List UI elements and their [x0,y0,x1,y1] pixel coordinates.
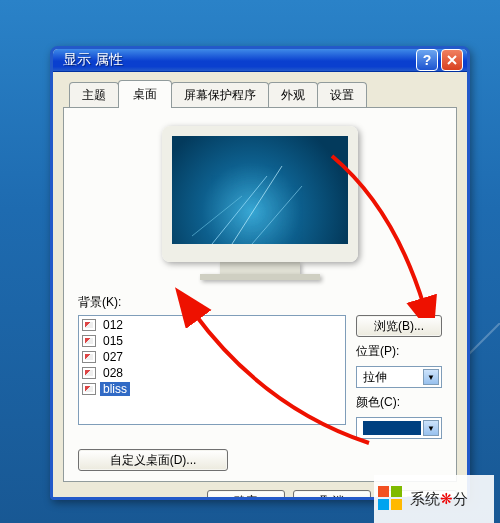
tab-settings[interactable]: 设置 [317,82,367,107]
logo-icon [378,486,404,512]
list-item[interactable]: 028 [80,365,344,381]
tab-strip: 主题 桌面 屏幕保护程序 外观 设置 [63,82,457,107]
position-select[interactable]: 拉伸 ▼ [356,366,442,388]
customize-desktop-button[interactable]: 自定义桌面(D)... [78,449,228,471]
monitor-preview [78,126,442,280]
image-icon [82,367,96,379]
position-label: 位置(P): [356,343,442,360]
tab-screensaver[interactable]: 屏幕保护程序 [171,82,269,107]
tab-appearance[interactable]: 外观 [268,82,318,107]
tab-theme[interactable]: 主题 [69,82,119,107]
color-select[interactable]: ▼ [356,417,442,439]
background-label: 背景(K): [78,294,442,311]
chevron-down-icon: ▼ [423,369,439,385]
svg-line-1 [212,176,267,244]
tab-desktop[interactable]: 桌面 [118,80,172,108]
ok-button[interactable]: 确定 [207,490,285,500]
svg-line-2 [232,166,282,244]
svg-line-3 [252,186,302,244]
chevron-down-icon: ▼ [423,420,439,436]
list-item-selected[interactable]: bliss [80,381,344,397]
image-icon [82,335,96,347]
background-listbox[interactable]: 012 015 027 028 bliss [78,315,346,425]
watermark-text: 系统❋分 [410,490,468,509]
close-icon [446,54,458,66]
list-item[interactable]: 012 [80,317,344,333]
window-title: 显示 属性 [63,51,123,69]
list-item[interactable]: 015 [80,333,344,349]
desktop-tab-panel: 背景(K): 012 015 027 028 bliss 浏览(B)... 位置… [63,107,457,482]
list-item[interactable]: 027 [80,349,344,365]
browse-button[interactable]: 浏览(B)... [356,315,442,337]
color-label: 颜色(C): [356,394,442,411]
color-swatch [363,421,421,435]
cancel-button[interactable]: 取消 [293,490,371,500]
wallpaper-preview-icon [172,136,348,244]
watermark-logo: 系统❋分 [374,475,494,523]
help-button[interactable]: ? [416,49,438,71]
image-icon [82,383,96,395]
display-properties-window: 显示 属性 ? 主题 桌面 屏幕保护程序 外观 设置 [50,46,470,500]
close-button[interactable] [441,49,463,71]
titlebar[interactable]: 显示 属性 ? [53,49,467,72]
image-icon [82,351,96,363]
image-icon [82,319,96,331]
